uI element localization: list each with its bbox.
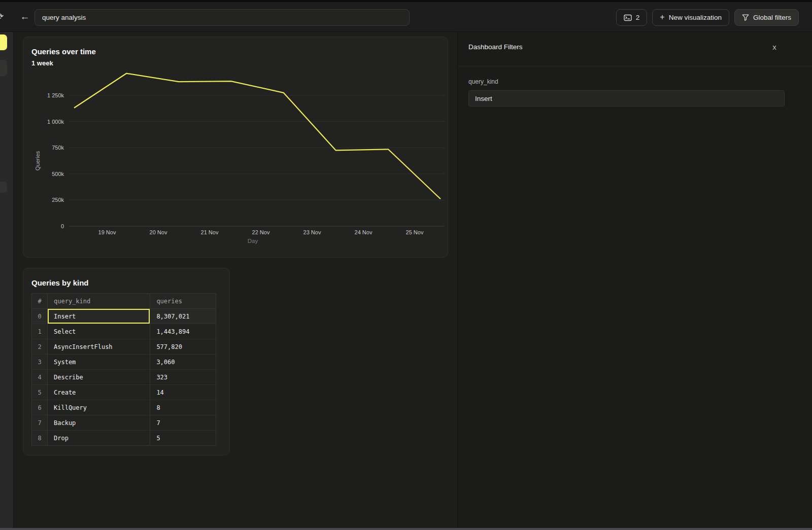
table-row: 3System3,060 (32, 355, 216, 370)
chart-subtitle: 1 week (31, 59, 53, 67)
row-index-cell[interactable]: 3 (32, 355, 48, 370)
global-filters-label: Global filters (753, 14, 791, 21)
x-tick-label: 20 Nov (150, 229, 167, 235)
queries-count-cell[interactable]: 1,443,894 (150, 324, 216, 339)
column-header-query-kind[interactable]: query_kind (48, 294, 150, 309)
query-kind-cell[interactable]: KillQuery (48, 400, 150, 415)
row-index-cell[interactable]: 1 (32, 324, 48, 339)
table-card-queries-by-kind: Queries by kind # query_kind queries 0In… (23, 268, 230, 455)
table-row: 1Select1,443,894 (32, 324, 216, 339)
rail-item-active[interactable] (0, 34, 7, 50)
console-tab-count: 2 (636, 14, 640, 21)
filter-field-label: query_kind (468, 78, 498, 85)
queries-count-cell[interactable]: 7 (150, 415, 216, 431)
queries-by-kind-table: # query_kind queries 0Insert8,307,0211Se… (31, 293, 216, 446)
global-filters-button[interactable]: Global filters (734, 9, 799, 26)
row-index-cell[interactable]: 2 (32, 339, 48, 355)
query-kind-cell[interactable]: Describe (48, 370, 150, 385)
y-tick-label: 0 (61, 223, 64, 229)
row-index-cell[interactable]: 4 (32, 370, 48, 385)
row-index-cell[interactable]: 7 (32, 415, 48, 431)
chart-card-queries-over-time: 0250k500k750k1 000k1 250k19 Nov20 Nov21 … (23, 37, 448, 258)
query-kind-cell[interactable]: Insert (48, 309, 150, 324)
table-row: 6KillQuery8 (32, 400, 216, 415)
chart-title: Queries over time (31, 47, 96, 56)
queries-count-cell[interactable]: 8 (150, 400, 216, 415)
dashboard-filters-panel: Dashboard Filters x query_kind (457, 32, 812, 530)
table-row: 2AsyncInsertFlush577,820 (32, 339, 216, 355)
row-index-cell[interactable]: 5 (32, 385, 48, 400)
y-tick-label: 500k (52, 171, 64, 177)
x-tick-label: 19 Nov (98, 229, 116, 235)
x-tick-label: 25 Nov (406, 229, 424, 235)
funnel-icon (742, 14, 749, 21)
table-title: Queries by kind (31, 278, 89, 287)
filters-panel-title: Dashboard Filters (468, 43, 523, 51)
y-tick-label: 1 250k (47, 92, 64, 98)
x-tick-label: 24 Nov (355, 229, 373, 235)
plus-icon: + (660, 13, 664, 22)
table-row: 0Insert8,307,021 (32, 309, 216, 324)
y-tick-label: 1 000k (47, 119, 64, 125)
queries-count-cell[interactable]: 323 (150, 370, 216, 385)
y-axis-title: Queries (35, 151, 41, 170)
x-axis-title: Day (248, 238, 258, 244)
x-tick-label: 23 Nov (303, 229, 321, 235)
column-header-queries[interactable]: queries (150, 294, 216, 309)
table-row: 7Backup7 (32, 415, 216, 431)
dock-edge (0, 528, 812, 530)
table-header-row: # query_kind queries (32, 294, 216, 309)
left-rail (0, 32, 14, 530)
new-visualization-button[interactable]: + New visualization (652, 9, 729, 26)
queries-count-cell[interactable]: 5 (150, 431, 216, 446)
x-tick-label: 22 Nov (252, 229, 270, 235)
table-body: 0Insert8,307,0211Select1,443,8942AsyncIn… (32, 309, 216, 446)
column-header-index[interactable]: # (32, 294, 48, 309)
dashboard-title-input[interactable] (35, 9, 410, 26)
query-kind-cell[interactable]: System (48, 355, 150, 370)
queries-count-cell[interactable]: 14 (150, 385, 216, 400)
query-kind-cell[interactable]: AsyncInsertFlush (48, 339, 150, 355)
y-tick-label: 250k (52, 197, 64, 203)
row-index-cell[interactable]: 8 (32, 431, 48, 446)
refresh-icon[interactable]: ⟳ (0, 9, 8, 24)
x-tick-label: 21 Nov (201, 229, 219, 235)
topbar: ⟳ ← 2 + New visualization Global fi (0, 2, 812, 32)
queries-over-time-chart[interactable]: 0250k500k750k1 000k1 250k19 Nov20 Nov21 … (23, 37, 449, 258)
back-button[interactable]: ← (18, 9, 31, 24)
query-kind-filter-input[interactable] (468, 90, 785, 107)
rail-item[interactable] (0, 60, 7, 76)
topbar-actions: 2 + New visualization Global filters (616, 9, 799, 26)
console-tabs-button[interactable]: 2 (616, 9, 648, 26)
table-row: 8Drop5 (32, 431, 216, 446)
row-index-cell[interactable]: 6 (32, 400, 48, 415)
rail-item[interactable] (0, 182, 7, 193)
query-kind-cell[interactable]: Drop (48, 431, 150, 446)
filters-panel-header: Dashboard Filters x (458, 32, 812, 66)
query-kind-cell[interactable]: Create (48, 385, 150, 400)
row-index-cell[interactable]: 0 (32, 309, 48, 324)
dashboard-canvas: 0250k500k750k1 000k1 250k19 Nov20 Nov21 … (14, 32, 457, 530)
new-visualization-label: New visualization (669, 14, 722, 21)
query-kind-cell[interactable]: Select (48, 324, 150, 339)
queries-line-series[interactable] (74, 74, 441, 199)
queries-count-cell[interactable]: 3,060 (150, 355, 216, 370)
table-row: 4Describe323 (32, 370, 216, 385)
query-kind-cell[interactable]: Backup (48, 415, 150, 431)
table-row: 5Create14 (32, 385, 216, 400)
console-icon (624, 14, 632, 21)
y-tick-label: 750k (52, 145, 64, 151)
close-icon[interactable]: x (768, 41, 781, 53)
queries-count-cell[interactable]: 577,820 (150, 339, 216, 355)
queries-count-cell[interactable]: 8,307,021 (150, 309, 216, 324)
